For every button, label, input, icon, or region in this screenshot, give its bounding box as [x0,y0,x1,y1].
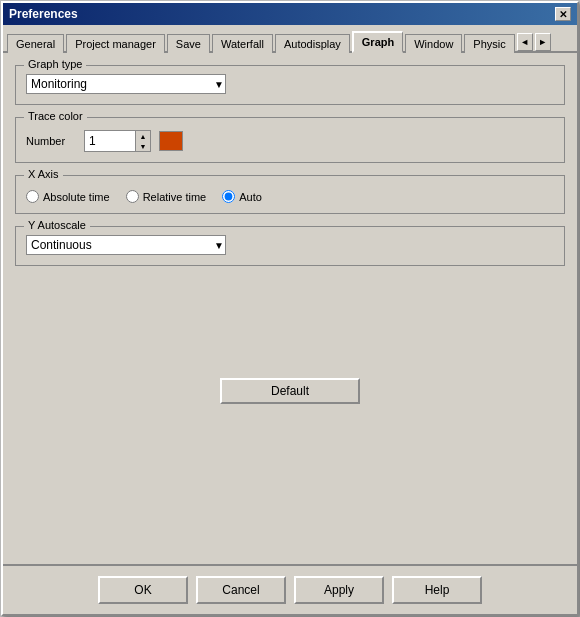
y-autoscale-select[interactable]: Continuous Fixed Auto [26,235,226,255]
preferences-window: Preferences ✕ General Project manager Sa… [1,1,579,616]
cancel-button[interactable]: Cancel [196,576,286,604]
autoscale-select-wrapper: Continuous Fixed Auto ▼ [26,235,226,255]
y-autoscale-group: Y Autoscale Continuous Fixed Auto ▼ [15,226,565,266]
tab-content: Graph type Monitoring XY Plot Bar Chart … [3,53,577,564]
y-autoscale-label: Y Autoscale [24,219,90,231]
help-button[interactable]: Help [392,576,482,604]
number-input-wrapper: ▲ ▼ [84,130,151,152]
x-axis-group: X Axis Absolute time Relative time Auto [15,175,565,214]
absolute-time-option[interactable]: Absolute time [26,190,110,203]
trace-number-input[interactable] [85,132,135,150]
graph-type-group: Graph type Monitoring XY Plot Bar Chart … [15,65,565,105]
default-button[interactable]: Default [220,378,360,404]
auto-label: Auto [239,191,262,203]
tab-save[interactable]: Save [167,34,210,53]
apply-button[interactable]: Apply [294,576,384,604]
trace-color-row: Number ▲ ▼ [26,130,554,152]
tab-prev-button[interactable]: ◄ [517,33,533,51]
relative-time-radio[interactable] [126,190,139,203]
relative-time-label: Relative time [143,191,207,203]
graph-type-select[interactable]: Monitoring XY Plot Bar Chart [26,74,226,94]
graph-type-label: Graph type [24,58,86,70]
x-axis-row: Absolute time Relative time Auto [26,190,554,203]
absolute-time-label: Absolute time [43,191,110,203]
close-button[interactable]: ✕ [555,7,571,21]
ok-button[interactable]: OK [98,576,188,604]
relative-time-option[interactable]: Relative time [126,190,207,203]
x-axis-label: X Axis [24,168,63,180]
auto-radio[interactable] [222,190,235,203]
tab-waterfall[interactable]: Waterfall [212,34,273,53]
spin-down-button[interactable]: ▼ [136,141,150,151]
color-swatch[interactable] [159,131,183,151]
absolute-time-radio[interactable] [26,190,39,203]
spin-buttons: ▲ ▼ [135,131,150,151]
graph-type-select-wrapper: Monitoring XY Plot Bar Chart ▼ [26,74,226,94]
tab-graph[interactable]: Graph [352,31,403,53]
title-bar: Preferences ✕ [3,3,577,25]
trace-color-group: Trace color Number ▲ ▼ [15,117,565,163]
number-label: Number [26,135,76,147]
default-btn-container: Default [15,358,565,404]
tab-general[interactable]: General [7,34,64,53]
tab-window[interactable]: Window [405,34,462,53]
window-title: Preferences [9,7,78,21]
tab-autodisplay[interactable]: Autodisplay [275,34,350,53]
auto-option[interactable]: Auto [222,190,262,203]
tab-physic[interactable]: Physic [464,34,514,53]
tab-next-button[interactable]: ► [535,33,551,51]
trace-color-label: Trace color [24,110,87,122]
spin-up-button[interactable]: ▲ [136,131,150,141]
spacer [15,278,565,358]
tabs-bar: General Project manager Save Waterfall A… [3,25,577,53]
bottom-bar: OK Cancel Apply Help [3,564,577,614]
tab-project-manager[interactable]: Project manager [66,34,165,53]
